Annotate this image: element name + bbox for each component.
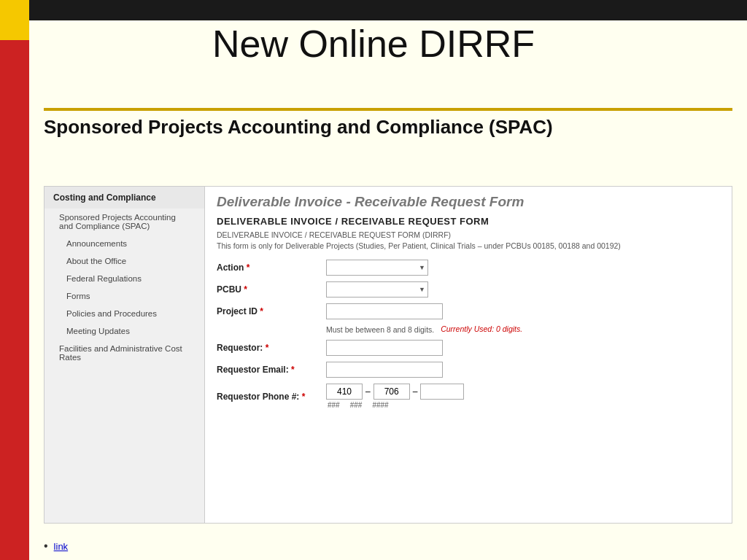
spac-heading: Sponsored Projects Accounting and Compli… xyxy=(44,115,732,140)
requestor-email-required: * xyxy=(291,365,295,375)
action-required: * xyxy=(247,262,250,273)
sidebar-item-facilities[interactable]: Facilities and Administrative Cost Rates xyxy=(44,340,204,366)
project-id-input[interactable] xyxy=(326,303,443,319)
form-title: Deliverable Invoice - Receivable Request… xyxy=(217,194,720,210)
requestor-phone-label: Requestor Phone #: * xyxy=(217,392,326,402)
pcbu-select-wrapper xyxy=(326,281,428,298)
sidebar-item-costing[interactable]: Costing and Compliance xyxy=(44,187,204,209)
pcbu-required: * xyxy=(244,284,247,295)
requestor-label: Requestor: * xyxy=(217,343,326,353)
phone-hints: ### ### #### xyxy=(328,401,389,409)
action-select-wrapper xyxy=(326,260,428,276)
form-area: Deliverable Invoice - Receivable Request… xyxy=(205,187,732,523)
phone-exchange-input[interactable] xyxy=(374,384,410,400)
project-id-required: * xyxy=(260,306,263,316)
phone-hint-2: ### xyxy=(350,401,363,409)
action-row: Action * xyxy=(217,260,720,276)
pcbu-row: PCBU * xyxy=(217,281,720,298)
phone-group-wrapper: – – ### ### #### xyxy=(326,384,464,409)
action-select[interactable] xyxy=(326,260,428,276)
sidebar-item-announcements[interactable]: Announcements xyxy=(44,235,204,252)
sidebar-item-forms[interactable]: Forms xyxy=(44,287,204,305)
requestor-input[interactable] xyxy=(326,340,443,356)
gold-rule-divider xyxy=(44,108,732,111)
project-id-row: Project ID * xyxy=(217,303,720,319)
requestor-phone-row: Requestor Phone #: * – – ### ### #### xyxy=(217,384,720,409)
page-title: New Online DIRRF xyxy=(0,22,747,66)
project-id-label: Project ID * xyxy=(217,306,326,316)
sidebar-item-meeting[interactable]: Meeting Updates xyxy=(44,322,204,340)
bullet-point: • xyxy=(44,540,48,553)
project-id-hint2: Currently Used: 0 digits. xyxy=(441,324,522,333)
requestor-email-label: Requestor Email: * xyxy=(217,365,326,375)
phone-inputs: – – xyxy=(326,384,464,400)
action-label: Action * xyxy=(217,262,326,273)
requestor-email-row: Requestor Email: * xyxy=(217,362,720,378)
project-id-hint-row: Must be between 8 and 8 digits. Currentl… xyxy=(326,322,720,335)
sidebar: Costing and Compliance Sponsored Project… xyxy=(44,187,205,523)
pcbu-label: PCBU * xyxy=(217,284,326,295)
bottom-link[interactable]: link xyxy=(54,541,69,552)
sidebar-item-about[interactable]: About the Office xyxy=(44,252,204,270)
sidebar-item-federal[interactable]: Federal Regulations xyxy=(44,270,204,287)
requestor-email-input[interactable] xyxy=(326,362,443,378)
phone-hint-1: ### xyxy=(328,401,340,409)
top-bar xyxy=(0,0,747,20)
sidebar-item-policies[interactable]: Policies and Procedures xyxy=(44,305,204,322)
requestor-phone-required: * xyxy=(302,392,306,402)
bottom-link-area: • link xyxy=(44,540,68,553)
phone-area-input[interactable] xyxy=(326,384,363,400)
form-description: DELIVERABLE INVOICE / RECEIVABLE REQUEST… xyxy=(217,230,720,251)
form-subtitle: DELIVERABLE INVOICE / RECEIVABLE REQUEST… xyxy=(217,216,720,227)
sidebar-item-spac[interactable]: Sponsored Projects Accounting and Compli… xyxy=(44,209,204,235)
requestor-required: * xyxy=(266,343,269,353)
main-content-area: Costing and Compliance Sponsored Project… xyxy=(44,186,732,524)
phone-hint-3: #### xyxy=(372,401,388,409)
red-stripe xyxy=(0,0,29,560)
pcbu-select[interactable] xyxy=(326,281,428,298)
phone-number-input[interactable] xyxy=(420,384,464,400)
project-id-hint: Must be between 8 and 8 digits. xyxy=(326,325,434,334)
requestor-row: Requestor: * xyxy=(217,340,720,356)
